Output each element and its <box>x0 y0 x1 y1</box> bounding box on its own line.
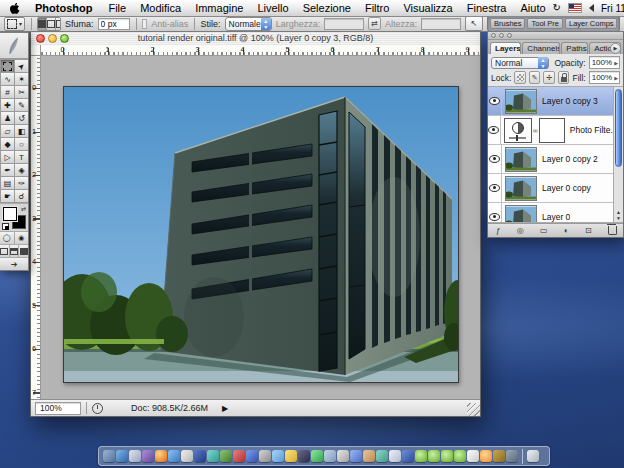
fill-field[interactable]: 100% ▶ <box>589 71 620 84</box>
layer-row-photo-filter[interactable]: ∞ Photo Filte... <box>488 116 623 145</box>
tool-blur[interactable]: ◆ <box>1 138 14 150</box>
jump-to-imageready-button[interactable]: ➔ <box>0 257 28 270</box>
add-layer-mask-button[interactable]: ◎ <box>517 226 524 235</box>
tool-history-brush[interactable]: ↺ <box>15 112 28 124</box>
canvas-area[interactable] <box>41 56 480 400</box>
dock-icon[interactable] <box>155 450 167 462</box>
dock-icon[interactable] <box>246 450 258 462</box>
dock-icon[interactable] <box>285 450 297 462</box>
screen-mode-standard-button[interactable] <box>0 245 10 257</box>
dock-icon[interactable] <box>324 450 336 462</box>
dock-icon[interactable] <box>441 450 453 462</box>
tool-preset-picker[interactable]: ▾ <box>4 17 25 31</box>
tool-rectangular-marquee[interactable] <box>1 60 14 72</box>
antialias-checkbox[interactable] <box>142 19 147 29</box>
dock-icon[interactable] <box>194 450 206 462</box>
menu-immagine[interactable]: Immagine <box>188 0 250 16</box>
dock-icon[interactable] <box>181 450 193 462</box>
swap-colors-icon[interactable]: ⇄ <box>21 205 26 212</box>
visibility-eye-icon[interactable] <box>489 155 500 163</box>
input-language-flag-icon[interactable] <box>568 3 582 13</box>
dock-icon[interactable] <box>350 450 362 462</box>
tool-move[interactable]: ➤ <box>15 60 28 72</box>
layer-row-layer-0[interactable]: Layer 0 <box>488 203 623 223</box>
app-menu-photoshop[interactable]: Photoshop <box>28 0 101 16</box>
dock-trash-icon[interactable] <box>527 450 539 462</box>
dock-icon[interactable] <box>389 450 401 462</box>
menu-filtro[interactable]: Filtro <box>358 0 396 16</box>
palette-zoom-button[interactable] <box>507 33 512 38</box>
new-layer-button[interactable]: ⊡ <box>585 226 592 235</box>
scrollbar-thumb[interactable] <box>615 89 622 167</box>
dock-icon[interactable] <box>467 450 479 462</box>
lock-image-button[interactable]: ✎ <box>529 71 541 84</box>
menu-finestra[interactable]: Finestra <box>460 0 514 16</box>
tool-gradient[interactable]: ◧ <box>15 125 28 137</box>
tool-healing-brush[interactable]: ✚ <box>1 99 14 111</box>
dock-icon[interactable] <box>506 450 518 462</box>
canvas-image[interactable] <box>63 86 459 383</box>
lock-transparency-button[interactable] <box>514 71 526 84</box>
visibility-eye-icon[interactable] <box>489 213 500 221</box>
status-menu-arrow-icon[interactable]: ▶ <box>222 404 228 413</box>
tab-layers[interactable]: Layers <box>490 42 521 54</box>
feather-input[interactable] <box>98 18 130 30</box>
style-select[interactable]: Normale ▲▼ <box>225 17 272 31</box>
layer-thumbnail[interactable] <box>505 89 537 114</box>
tool-hand[interactable]: ☛ <box>1 190 14 202</box>
toolbox-header[interactable] <box>0 33 28 59</box>
menu-aiuto[interactable]: Aiuto <box>513 0 552 16</box>
dock-icon[interactable] <box>311 450 323 462</box>
screen-mode-fullscreen-menubar-button[interactable] <box>10 245 20 257</box>
layer-row-layer-0-copy-2[interactable]: Layer 0 copy 2 <box>488 145 623 174</box>
apple-menu-icon[interactable] <box>0 2 28 15</box>
visibility-eye-icon[interactable] <box>488 126 499 134</box>
opacity-field[interactable]: 100% ▶ <box>589 56 620 69</box>
tool-pen[interactable]: ✒ <box>1 164 14 176</box>
delete-layer-button[interactable] <box>608 226 617 235</box>
dock-icon[interactable] <box>428 450 440 462</box>
layer-thumbnail[interactable] <box>505 147 537 172</box>
menu-file[interactable]: File <box>101 0 133 16</box>
tool-clone-stamp[interactable]: ♟ <box>1 112 14 124</box>
visibility-eye-icon[interactable] <box>489 97 500 105</box>
scrollbar-arrows[interactable]: ▲▼ <box>614 209 623 221</box>
default-colors-icon[interactable] <box>2 223 9 230</box>
tool-eyedropper[interactable]: ✑ <box>15 177 28 189</box>
lock-position-button[interactable]: ✢ <box>543 71 555 84</box>
quick-mask-mode-button[interactable]: ◉ <box>15 232 29 244</box>
dock-icon[interactable] <box>103 450 115 462</box>
tool-notes[interactable]: ▤ <box>1 177 14 189</box>
tool-zoom[interactable]: ☌ <box>15 190 28 202</box>
dock-icon[interactable] <box>454 450 466 462</box>
palette-menu-button[interactable]: ▶ <box>610 43 621 54</box>
window-resize-grip[interactable] <box>467 403 480 416</box>
tool-path-selection[interactable]: ▷ <box>1 151 14 163</box>
close-button[interactable] <box>36 34 45 43</box>
subtract-from-selection-button[interactable] <box>56 18 61 30</box>
minimize-button[interactable] <box>48 34 57 43</box>
height-input[interactable] <box>421 18 461 30</box>
add-to-selection-button[interactable] <box>47 18 56 30</box>
tool-eraser[interactable]: ▱ <box>1 125 14 137</box>
new-layer-set-button[interactable]: ▭ <box>540 226 548 235</box>
dock-icon[interactable] <box>142 450 154 462</box>
tool-brush[interactable]: ✎ <box>15 99 28 111</box>
dock-icon[interactable] <box>402 450 414 462</box>
layer-thumbnail[interactable] <box>505 176 537 201</box>
layer-mask-thumbnail[interactable] <box>539 118 565 143</box>
tool-crop[interactable]: # <box>1 86 14 98</box>
swap-dimensions-button[interactable]: ⇄ <box>368 17 381 30</box>
tool-dodge[interactable]: ○ <box>15 138 28 150</box>
palette-minimize-button[interactable] <box>499 33 504 38</box>
menu-modifica[interactable]: Modifica <box>133 0 188 16</box>
zoom-level-field[interactable]: 100% <box>35 402 81 415</box>
dock-icon[interactable] <box>337 450 349 462</box>
dock-icon[interactable] <box>363 450 375 462</box>
palette-close-button[interactable] <box>491 33 496 38</box>
tool-type[interactable]: T <box>15 151 28 163</box>
dock-icon[interactable] <box>415 450 427 462</box>
lock-all-button[interactable] <box>558 71 570 84</box>
screen-mode-fullscreen-button[interactable] <box>19 245 28 257</box>
menu-selezione[interactable]: Selezione <box>296 0 358 16</box>
